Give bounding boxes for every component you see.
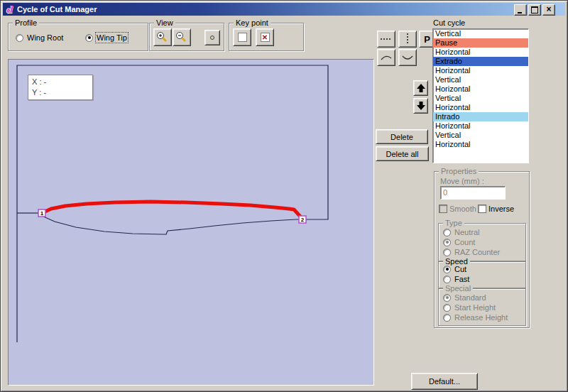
key-point-marker-2[interactable]: 2 <box>299 216 306 223</box>
coordinate-readout: X : - Y : - <box>28 75 93 100</box>
view-group-label: View <box>154 18 175 27</box>
move-up-button[interactable] <box>413 80 428 96</box>
view-group: View <box>149 23 224 51</box>
list-item[interactable]: Vertical <box>433 29 528 38</box>
standard-radio-circle[interactable] <box>443 294 451 302</box>
close-button[interactable]: × <box>542 4 555 16</box>
speed-fast-radio[interactable]: Fast <box>443 275 469 283</box>
selected-cut-curve <box>42 202 301 217</box>
cut-radio-circle[interactable] <box>443 266 451 273</box>
type-group-label: Type <box>443 219 464 227</box>
default-button[interactable]: Default... <box>411 373 478 390</box>
zoom-out-button[interactable] <box>173 28 191 46</box>
special-group: Special Standard Start Height Release He… <box>438 288 526 326</box>
special-release-height-radio[interactable]: Release Height <box>443 313 508 322</box>
list-item[interactable]: Horizontal <box>433 85 528 94</box>
list-item[interactable]: Horizontal <box>433 121 528 131</box>
list-item[interactable]: Horizontal <box>433 48 528 57</box>
inverse-checkbox-row[interactable]: Inverse <box>478 205 514 213</box>
wing-tip-radio-circle[interactable] <box>85 34 93 42</box>
count-radio-circle[interactable] <box>443 239 451 246</box>
arrow-down-icon <box>416 101 426 111</box>
cut-cycle-list[interactable]: Vertical Pause Horizontal Extrado Horizo… <box>432 28 529 163</box>
special-start-height-radio[interactable]: Start Height <box>443 303 496 312</box>
window-title: Cycle of Cut Manager <box>17 5 97 13</box>
release-height-radio-circle[interactable] <box>443 314 451 322</box>
start-height-radio-circle[interactable] <box>443 304 451 312</box>
profile-canvas[interactable]: 1 2 X : - Y : - <box>8 59 374 386</box>
list-item[interactable]: Horizontal <box>433 140 528 149</box>
list-item[interactable]: Pause <box>433 38 528 48</box>
type-neutral-radio[interactable]: Neutral <box>443 228 479 236</box>
move-input[interactable]: 0 <box>440 186 506 200</box>
delete-all-button[interactable]: Delete all <box>376 146 429 161</box>
cut-label[interactable]: Cut <box>454 265 466 273</box>
list-item[interactable]: Horizontal <box>433 103 528 112</box>
key-point-group: Key point ✕ <box>229 23 304 51</box>
key-point-marker-1[interactable]: 1 <box>38 209 45 217</box>
list-item-selected[interactable]: Extrado <box>433 57 528 66</box>
key-point-square-icon <box>238 33 247 42</box>
type-count-radio[interactable]: Count <box>443 238 475 246</box>
dotted-vertical-icon <box>403 32 412 46</box>
properties-group-label: Properties <box>439 167 479 175</box>
title-bar[interactable]: d Cycle of Cut Manager × <box>3 3 565 16</box>
delete-all-button-label: Delete all <box>386 150 419 158</box>
wing-root-radio[interactable]: Wing Root <box>16 33 63 42</box>
neutral-radio-circle[interactable] <box>443 229 451 236</box>
inverse-checkbox[interactable] <box>478 205 486 213</box>
delete-button[interactable]: Delete <box>376 129 428 144</box>
list-item[interactable]: Intrado <box>433 112 528 121</box>
list-item[interactable]: Horizontal <box>433 66 528 75</box>
special-standard-radio[interactable]: Standard <box>443 293 486 302</box>
profile-group-label: Profile <box>13 18 39 27</box>
minimize-button[interactable] <box>514 4 527 16</box>
arc-down-icon <box>400 53 415 62</box>
list-item[interactable]: Vertical <box>433 94 528 103</box>
wing-tip-radio[interactable]: Wing Tip <box>85 33 127 42</box>
type-raz-counter-radio[interactable]: RAZ Counter <box>443 248 500 256</box>
maximize-button[interactable] <box>528 4 541 16</box>
delete-key-point-button[interactable]: ✕ <box>256 28 274 46</box>
default-button-label: Default... <box>429 377 460 386</box>
speed-cut-radio[interactable]: Cut <box>443 265 466 273</box>
move-label: Move (mm) : <box>440 177 484 185</box>
wing-root-radio-circle[interactable] <box>16 34 23 42</box>
maximize-icon <box>531 6 538 13</box>
list-item[interactable]: Vertical <box>433 75 528 85</box>
move-down-button[interactable] <box>413 98 428 114</box>
center-point-icon <box>210 36 214 40</box>
raz-counter-label: RAZ Counter <box>454 248 500 256</box>
delete-button-label: Delete <box>390 133 413 141</box>
properties-group: Properties Move (mm) : 0 Smooth Inverse … <box>434 171 530 328</box>
profile-group: Profile Wing Root Wing Tip <box>8 23 148 51</box>
smooth-checkbox-row[interactable]: Smooth <box>439 205 476 213</box>
key-point-delete-icon: ✕ <box>261 33 270 42</box>
type-group: Type Neutral Count RAZ Counter <box>438 223 526 261</box>
horizontal-segment-button[interactable] <box>377 31 395 48</box>
cut-cycle-label: Cut cycle <box>433 18 465 27</box>
key-point-group-label: Key point <box>234 18 271 27</box>
lower-surface-curve <box>42 216 301 234</box>
fast-label[interactable]: Fast <box>454 275 469 283</box>
center-point-button[interactable] <box>204 30 220 45</box>
wing-tip-label[interactable]: Wing Tip <box>97 33 127 42</box>
add-key-point-button[interactable] <box>233 28 251 46</box>
extrado-curve-button[interactable] <box>377 49 395 66</box>
x-readout: X : - <box>32 77 89 87</box>
vertical-segment-button[interactable] <box>398 31 417 48</box>
cycle-of-cut-manager-window: d Cycle of Cut Manager × Profile Wing Ro… <box>0 0 568 392</box>
zoom-out-icon <box>175 31 189 44</box>
wing-root-label[interactable]: Wing Root <box>27 33 63 42</box>
intrado-curve-button[interactable] <box>398 49 417 66</box>
smooth-label: Smooth <box>449 205 476 213</box>
zoom-in-button[interactable] <box>153 28 172 46</box>
close-icon: × <box>546 5 551 13</box>
svg-text:1: 1 <box>40 210 44 217</box>
start-height-label: Start Height <box>454 303 496 312</box>
fast-radio-circle[interactable] <box>443 276 451 283</box>
list-item[interactable]: Vertical <box>433 131 528 140</box>
arc-up-icon <box>379 53 393 62</box>
raz-counter-radio-circle[interactable] <box>443 249 451 256</box>
smooth-checkbox[interactable] <box>439 205 447 213</box>
